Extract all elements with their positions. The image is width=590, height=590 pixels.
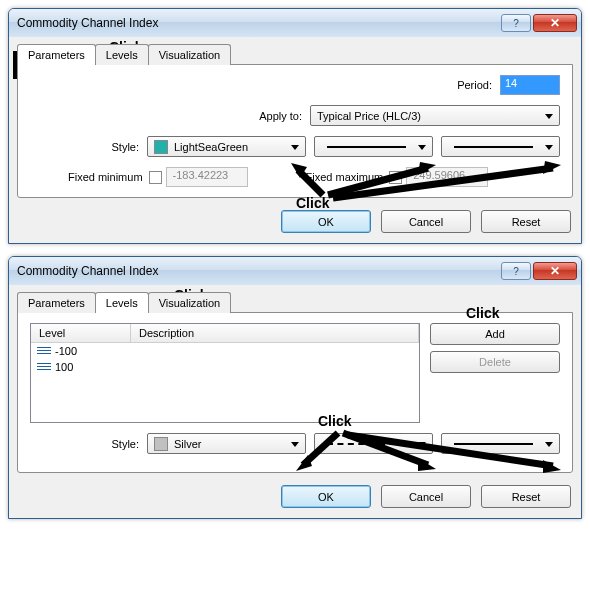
table-row[interactable]: 100 (31, 359, 419, 375)
tabstrip: Parameters Levels Visualization (9, 43, 581, 64)
help-button[interactable]: ? (501, 14, 531, 32)
level-icon (37, 347, 51, 355)
add-button[interactable]: Add (430, 323, 560, 345)
period-label: Period: (457, 79, 500, 91)
levels-panel: Click Level Description -100 100 Add Del… (17, 312, 573, 473)
ok-button[interactable]: OK (281, 485, 371, 508)
parameters-panel: Period: 14 Apply to: Typical Price (HLC/… (17, 64, 573, 198)
fixed-max-checkbox[interactable] (389, 171, 402, 184)
button-bar: OK Cancel Reset (9, 479, 581, 518)
style-line-combo[interactable] (314, 136, 433, 157)
style-color-combo[interactable]: LightSeaGreen (147, 136, 306, 157)
apply-to-combo[interactable]: Typical Price (HLC/3) (310, 105, 560, 126)
click-annotation: Click (296, 195, 329, 211)
dialog-levels: Commodity Channel Index ? ✕ Click Parame… (8, 256, 582, 519)
style-label: Style: (30, 141, 147, 153)
delete-button[interactable]: Delete (430, 351, 560, 373)
levels-list[interactable]: Level Description -100 100 (30, 323, 420, 423)
apply-to-label: Apply to: (259, 110, 310, 122)
tab-parameters[interactable]: Parameters (17, 292, 96, 313)
color-swatch (154, 437, 168, 451)
color-swatch (154, 140, 168, 154)
cancel-button[interactable]: Cancel (381, 485, 471, 508)
fixed-min-value: -183.42223 (166, 167, 248, 187)
svg-marker-4 (418, 458, 436, 471)
close-button[interactable]: ✕ (533, 14, 577, 32)
dialog-parameters: Commodity Channel Index ? ✕ Click Parame… (8, 8, 582, 244)
tab-parameters[interactable]: Parameters (17, 44, 96, 65)
tab-visualization[interactable]: Visualization (148, 44, 232, 65)
button-bar: OK Cancel Reset (9, 204, 581, 243)
window-title: Commodity Channel Index (17, 264, 499, 278)
tab-levels[interactable]: Levels (95, 292, 149, 313)
svg-marker-3 (296, 455, 312, 471)
window-title: Commodity Channel Index (17, 16, 499, 30)
fixed-max-label: Fixed maximum (306, 171, 384, 183)
titlebar[interactable]: Commodity Channel Index ? ✕ (9, 9, 581, 37)
style-color-combo[interactable]: Silver (147, 433, 306, 454)
style-line-combo[interactable] (314, 433, 433, 454)
svg-marker-5 (543, 460, 561, 473)
click-annotation: Click (318, 413, 351, 429)
style-label: Style: (30, 438, 147, 450)
tabstrip: Parameters Levels Visualization (9, 291, 581, 312)
period-input[interactable]: 14 (500, 75, 560, 95)
line-preview (327, 146, 406, 148)
fixed-max-value: 249.59606 (406, 167, 488, 187)
titlebar[interactable]: Commodity Channel Index ? ✕ (9, 257, 581, 285)
list-header: Level Description (31, 324, 419, 343)
col-level[interactable]: Level (31, 324, 131, 342)
line-preview (454, 443, 533, 445)
level-icon (37, 363, 51, 371)
reset-button[interactable]: Reset (481, 485, 571, 508)
close-button[interactable]: ✕ (533, 262, 577, 280)
fixed-min-label: Fixed minimum (68, 171, 143, 183)
ok-button[interactable]: OK (281, 210, 371, 233)
style-width-combo[interactable] (441, 136, 560, 157)
help-button[interactable]: ? (501, 262, 531, 280)
reset-button[interactable]: Reset (481, 210, 571, 233)
fixed-min-checkbox[interactable] (149, 171, 162, 184)
table-row[interactable]: -100 (31, 343, 419, 359)
tab-visualization[interactable]: Visualization (148, 292, 232, 313)
tab-levels[interactable]: Levels (95, 44, 149, 65)
line-preview (454, 146, 533, 148)
line-preview (327, 443, 406, 445)
style-width-combo[interactable] (441, 433, 560, 454)
col-description[interactable]: Description (131, 324, 419, 342)
cancel-button[interactable]: Cancel (381, 210, 471, 233)
